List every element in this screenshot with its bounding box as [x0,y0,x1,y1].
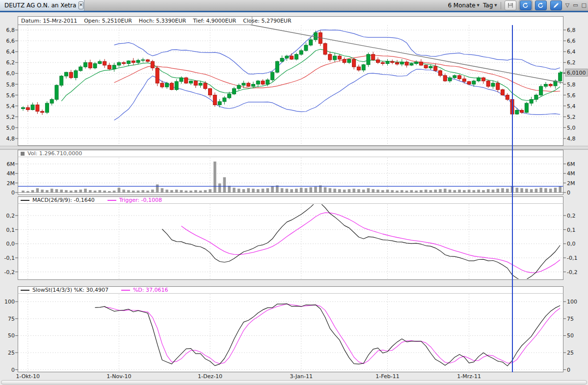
info-tief: Tief: 4,9000EUR [193,18,236,24]
stochastic-chart[interactable]: 10010075755050252500 [0,286,588,372]
svg-text:-0,1: -0,1 [4,255,15,261]
tab-title: DEUTZ AG O.N. an Xetra [4,2,76,9]
refresh-icon [522,2,529,8]
stoch-k-line-sample [21,290,29,291]
volume-label: Vol: 1.296.710,0000 [27,150,82,157]
toolbar-separator [501,2,501,9]
svg-text:4M: 4M [567,170,575,177]
tab-deutz[interactable]: DEUTZ AG O.N. an Xetra ✕ [0,0,84,11]
x-axis-label: 3-Jan-11 [282,373,321,380]
info-close: Close: 5,2790EUR [243,18,291,24]
svg-text:2M: 2M [567,180,575,187]
save-icon [508,2,513,8]
refresh-button[interactable] [520,0,532,10]
svg-text:-0,1: -0,1 [567,255,577,261]
svg-text:75: 75 [8,316,15,322]
svg-text:-0,2: -0,2 [567,269,577,275]
selected-date-line [512,25,513,372]
svg-text:5,8: 5,8 [567,82,576,88]
svg-text:0,0: 0,0 [6,241,15,247]
svg-text:25: 25 [567,350,574,356]
info-open: Open: 5,2510EUR [84,18,132,24]
caret-down-icon: ▼ [494,3,497,7]
x-axis-label: 1-Dez-10 [190,373,230,380]
svg-text:0: 0 [567,367,570,372]
svg-text:6,8: 6,8 [567,27,576,33]
svg-text:4,8: 4,8 [6,136,15,142]
svg-text:0,1: 0,1 [6,227,15,233]
interval-dropdown[interactable]: Tag ▼ [483,2,497,9]
svg-text:0,2: 0,2 [567,213,576,219]
svg-text:6,4: 6,4 [6,49,15,55]
svg-text:50: 50 [567,332,574,339]
svg-text:100: 100 [4,299,15,305]
macd-chart[interactable]: 0,20,20,10,10,00,0-0,1-0,1-0,2-0,2 [0,196,588,280]
svg-text:5,2: 5,2 [567,114,576,120]
svg-text:6,8: 6,8 [6,27,15,33]
svg-text:6,6: 6,6 [6,38,15,44]
svg-text:6,2: 6,2 [567,59,576,66]
pane-splitter[interactable] [0,146,588,150]
edit-button[interactable] [550,0,562,10]
stoch-legend: SlowSt(14/3/3) %K: 30,4907 %D: 37,0616 [18,286,563,294]
svg-text:6,2: 6,2 [6,59,15,66]
svg-text:25: 25 [8,350,15,356]
period-dropdown[interactable]: 6 Monate ▼ [448,2,480,9]
x-axis-label: 1-Mrz-11 [450,373,489,380]
stoch-k-label: SlowSt(14/3/3) %K: 30,4907 [32,287,108,293]
interval-label: Tag [483,2,493,9]
svg-text:0: 0 [567,190,570,195]
x-axis-label: 1-Feb-11 [368,373,407,380]
save-button[interactable] [505,0,516,10]
price-info-bar: Datum: 15-Mrz-2011 Open: 5,2510EUR Hoch:… [18,16,252,25]
sync-icon [537,2,544,8]
svg-text:6,0: 6,0 [6,70,15,77]
svg-text:5,4: 5,4 [567,103,576,110]
tab-bar: DEUTZ AG O.N. an Xetra ✕ 6 Monate ▼ Tag … [0,0,588,11]
tab-close-button[interactable]: ✕ [79,1,83,9]
svg-text:-0,2: -0,2 [4,269,15,275]
macd-label: MACD(26/9/9): -0,1640 [32,197,95,203]
svg-text:5,6: 5,6 [567,92,576,99]
period-label: 6 Monate [448,2,475,9]
x-axis-label: 1-Okt-10 [8,373,48,380]
svg-text:50: 50 [8,332,15,339]
macd-line-sample [21,200,29,201]
trigger-label: Trigger: -0,1008 [119,197,162,203]
stoch-d-label: %D: 37,0616 [133,287,168,293]
svg-text:6,6: 6,6 [567,38,576,44]
svg-text:0,0: 0,0 [567,241,576,247]
minimize-button[interactable]: ▭ [573,0,578,11]
volume-swatch-icon [21,152,25,156]
svg-text:6M: 6M [7,161,15,167]
tab-highlight-bar [0,11,588,12]
svg-text:5,6: 5,6 [6,92,15,99]
horizontal-scrollbar[interactable] [1,380,587,385]
svg-text:6M: 6M [567,161,575,167]
view-menu-chevron[interactable]: ▽ [565,0,569,11]
svg-text:5,0: 5,0 [567,125,576,131]
svg-text:0,1: 0,1 [567,227,576,233]
price-chart[interactable]: 6,86,86,66,66,46,46,26,26,05,85,85,65,65… [0,16,588,146]
svg-text:5,4: 5,4 [6,103,15,110]
x-axis-label: 1-Nov-10 [99,373,138,380]
svg-text:0,2: 0,2 [6,213,15,219]
svg-text:75: 75 [567,316,574,322]
charting-window: { "tab": {"title": "DEUTZ AG O.N. an Xet… [0,0,588,385]
info-hoch: Hoch: 5,3390EUR [139,18,186,24]
info-datum: Datum: 15-Mrz-2011 [21,18,77,24]
maximize-button[interactable]: □ [582,0,587,11]
svg-text:0: 0 [11,190,15,195]
toolbar: 6 Monate ▼ Tag ▼ [448,0,587,11]
svg-text:2M: 2M [7,180,15,187]
sync-button[interactable] [535,0,547,10]
stoch-d-line-sample [121,290,130,291]
svg-text:4,8: 4,8 [567,136,576,142]
svg-text:6,4: 6,4 [567,49,576,55]
caret-down-icon: ▼ [477,3,480,7]
trigger-line-sample [107,200,116,201]
svg-text:100: 100 [567,299,577,305]
svg-text:5,2: 5,2 [6,114,15,120]
svg-text:4M: 4M [7,170,15,177]
pencil-icon [553,2,559,8]
